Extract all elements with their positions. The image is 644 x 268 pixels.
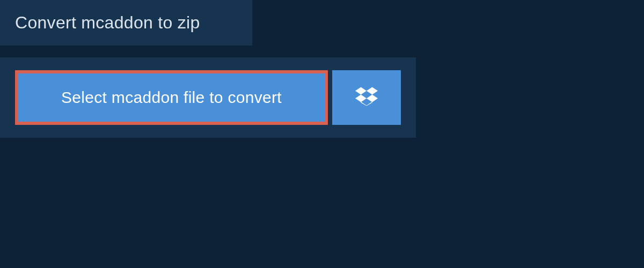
select-file-button[interactable]: Select mcaddon file to convert [15,70,328,125]
page-title: Convert mcaddon to zip [15,13,237,33]
heading-bar: Convert mcaddon to zip [0,0,252,46]
dropbox-button[interactable] [332,70,401,125]
upload-section: Select mcaddon file to convert [0,57,416,138]
dropbox-icon [355,85,378,110]
select-file-label: Select mcaddon file to convert [61,88,282,107]
